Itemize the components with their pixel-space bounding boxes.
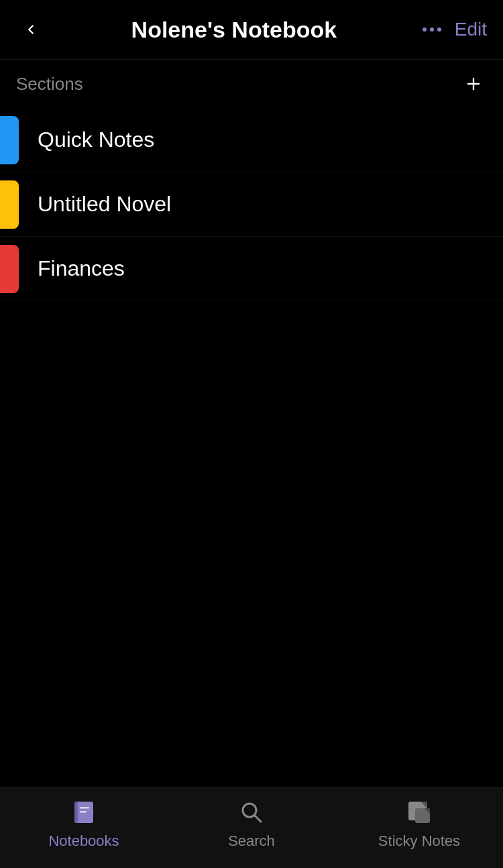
tab-search[interactable]: Search <box>168 798 335 850</box>
svg-line-7 <box>254 815 261 822</box>
sections-label: Sections <box>16 74 83 95</box>
dot-icon <box>423 28 427 32</box>
tab-notebooks[interactable]: Notebooks <box>1 798 167 850</box>
tab-search-label: Search <box>228 832 275 850</box>
section-tab-red <box>0 245 19 293</box>
tab-sticky-notes[interactable]: Sticky Notes <box>336 798 502 850</box>
dot-icon <box>430 28 434 32</box>
tab-bar: Notebooks Search Sticky Notes <box>0 788 503 868</box>
section-tab-blue <box>0 116 19 164</box>
header: Nolene's Notebook Edit <box>0 0 503 59</box>
sticky-notes-icon <box>404 798 434 827</box>
svg-rect-5 <box>80 811 87 813</box>
list-item[interactable]: Quick Notes <box>0 108 503 172</box>
list-item[interactable]: Finances <box>0 237 503 301</box>
section-name: Finances <box>38 256 125 281</box>
dot-icon <box>437 28 441 32</box>
notebooks-icon <box>69 798 99 827</box>
header-actions: Edit <box>423 19 487 40</box>
add-section-button[interactable] <box>460 70 487 97</box>
section-tab-yellow <box>0 180 19 229</box>
back-button[interactable] <box>16 15 46 44</box>
tab-sticky-notes-label: Sticky Notes <box>378 832 460 850</box>
tab-notebooks-label: Notebooks <box>48 832 119 850</box>
edit-button[interactable]: Edit <box>455 19 487 40</box>
more-button[interactable] <box>423 28 441 32</box>
svg-rect-4 <box>80 807 89 809</box>
search-icon <box>237 798 266 827</box>
section-name: Quick Notes <box>38 127 154 152</box>
page-title: Nolene's Notebook <box>54 17 414 43</box>
list-item[interactable]: Untitled Novel <box>0 172 503 237</box>
section-list: Quick Notes Untitled Novel Finances <box>0 108 503 301</box>
section-name: Untitled Novel <box>38 192 171 217</box>
sections-header: Sections <box>0 59 503 108</box>
svg-rect-3 <box>74 802 78 823</box>
